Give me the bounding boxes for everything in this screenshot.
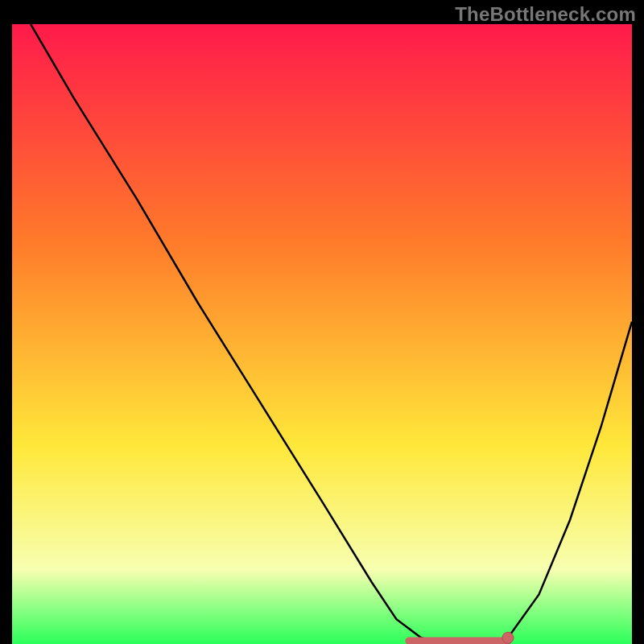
bottleneck-plot <box>12 24 632 644</box>
watermark-text: TheBottleneck.com <box>455 3 636 26</box>
optimal-point-marker <box>502 632 514 643</box>
chart-stage: TheBottleneck.com <box>0 0 644 644</box>
gradient-background <box>12 24 632 644</box>
